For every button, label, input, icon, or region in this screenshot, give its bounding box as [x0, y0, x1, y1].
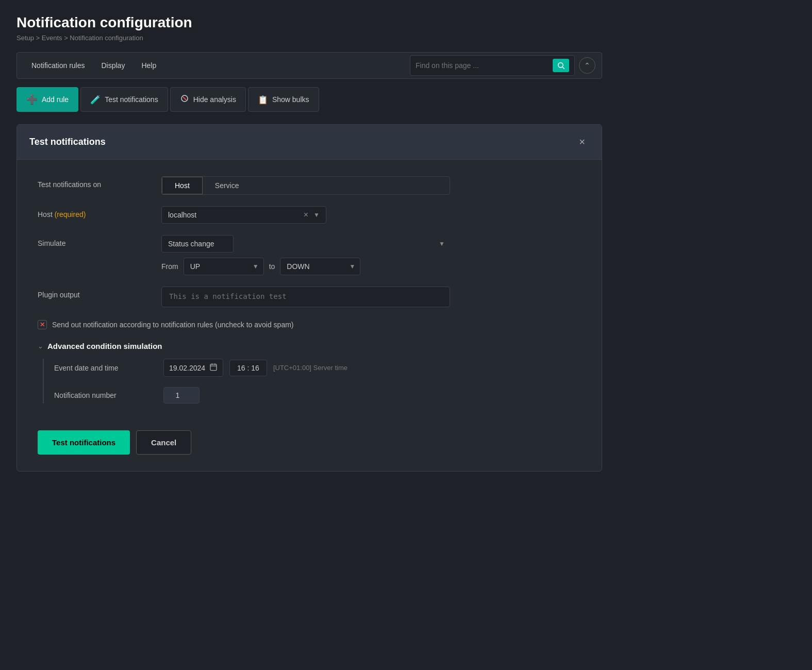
simulate-row: Simulate Status change Custom event ▼ Fr… [38, 235, 581, 275]
advanced-chevron-icon: ⌄ [38, 342, 43, 350]
event-time-input[interactable]: 16 : 16 [229, 360, 267, 376]
test-notifications-button[interactable]: 🧪 Test notifications [80, 87, 168, 112]
advanced-title: Advanced condition simulation [47, 342, 162, 350]
svg-point-0 [558, 63, 563, 68]
event-datetime-row: Event date and time 19.02.2024 [54, 359, 581, 377]
test-on-label: Test notifications on [38, 176, 151, 189]
host-required-label: (required) [55, 210, 86, 219]
to-select[interactable]: DOWN UP UNREACHABLE [280, 258, 360, 275]
breadcrumb: Setup > Events > Notification configurat… [16, 34, 602, 42]
from-select-wrapper: UP DOWN UNREACHABLE ▼ [184, 258, 264, 275]
plugin-output-container [161, 287, 450, 309]
simulate-dropdown-icon: ▼ [439, 240, 445, 247]
checkbox-row: ✕ Send out notification according to not… [38, 320, 581, 329]
modal-body: Test notifications on Host Service Host … [17, 160, 602, 471]
search-input[interactable] [416, 61, 549, 70]
hide-analysis-label: Hide analysis [193, 95, 236, 104]
host-input-wrapper: × ▼ [161, 206, 326, 224]
host-service-toggle: Host Service [161, 176, 450, 195]
flask-icon: 🧪 [90, 95, 101, 105]
plugin-output-input[interactable] [161, 287, 450, 307]
server-time-label: [UTC+01:00] Server time [273, 364, 347, 372]
plugin-output-row: Plugin output [38, 287, 581, 309]
hide-analysis-button[interactable]: Hide analysis [170, 87, 246, 112]
hide-icon [180, 94, 189, 105]
nav-notification-rules[interactable]: Notification rules [23, 54, 93, 77]
advanced-header[interactable]: ⌄ Advanced condition simulation [38, 342, 581, 350]
notification-number-label: Notification number [54, 391, 157, 399]
plugin-output-label: Plugin output [38, 287, 151, 299]
send-notification-checkbox[interactable]: ✕ [38, 320, 47, 329]
simulate-control: Status change Custom event ▼ From UP DOW… [161, 235, 450, 275]
from-to-row: From UP DOWN UNREACHABLE ▼ to [161, 258, 450, 275]
modal-footer: Test notifications Cancel [38, 418, 581, 455]
notification-number-row: Notification number [54, 387, 581, 404]
action-bar: ➕ Add rule 🧪 Test notifications Hide ana… [16, 87, 602, 112]
add-rule-label: Add rule [42, 95, 69, 104]
host-label: Host (required) [38, 206, 151, 219]
host-toggle-button[interactable]: Host [162, 177, 203, 194]
test-notifications-label: Test notifications [105, 95, 158, 104]
simulate-label: Simulate [38, 235, 151, 247]
advanced-section: ⌄ Advanced condition simulation Event da… [38, 342, 581, 404]
modal-title: Test notifications [29, 137, 106, 147]
plus-icon: ➕ [26, 94, 38, 105]
bulks-icon: 📋 [258, 95, 268, 105]
page-title: Notification configuration [16, 14, 602, 31]
simulate-group: Status change Custom event ▼ From UP DOW… [161, 235, 450, 275]
search-container: ⌃ [410, 55, 595, 76]
simulate-select-wrapper: Status change Custom event ▼ [161, 235, 450, 253]
event-datetime-label: Event date and time [54, 364, 157, 372]
add-rule-button[interactable]: ➕ Add rule [16, 87, 78, 112]
modal-panel: Test notifications × Test notifications … [16, 124, 602, 472]
host-input[interactable] [168, 207, 301, 223]
calendar-icon [209, 363, 218, 373]
cancel-button[interactable]: Cancel [136, 430, 191, 455]
from-select[interactable]: UP DOWN UNREACHABLE [184, 258, 264, 275]
nav-collapse-button[interactable]: ⌃ [579, 57, 595, 74]
to-label: to [269, 262, 275, 271]
submit-test-button[interactable]: Test notifications [38, 430, 130, 455]
host-clear-button[interactable]: × [301, 209, 311, 221]
event-date-value: 19.02.2024 [169, 364, 205, 372]
search-button[interactable] [553, 59, 569, 72]
notification-number-input[interactable] [163, 387, 200, 404]
test-on-row: Test notifications on Host Service [38, 176, 581, 195]
to-select-wrapper: DOWN UP UNREACHABLE ▼ [280, 258, 360, 275]
nav-help[interactable]: Help [133, 54, 164, 77]
nav-display[interactable]: Display [93, 54, 134, 77]
event-date-input[interactable]: 19.02.2024 [163, 359, 223, 377]
host-row: Host (required) × ▼ [38, 206, 581, 224]
host-input-container: × ▼ [161, 206, 450, 224]
search-box [410, 55, 575, 76]
show-bulks-button[interactable]: 📋 Show bulks [248, 87, 319, 112]
modal-close-button[interactable]: × [575, 134, 589, 150]
chevron-up-icon: ⌃ [584, 61, 590, 70]
from-label: From [161, 262, 178, 271]
show-bulks-label: Show bulks [272, 95, 309, 104]
host-dropdown-button[interactable]: ▼ [311, 210, 322, 220]
simulate-select[interactable]: Status change Custom event [161, 235, 234, 253]
svg-line-3 [183, 97, 186, 100]
modal-header: Test notifications × [17, 125, 602, 160]
svg-line-1 [562, 67, 565, 69]
svg-rect-4 [210, 364, 217, 371]
nav-bar: Notification rules Display Help ⌃ [16, 52, 602, 79]
toggle-group-container: Host Service [161, 176, 450, 195]
event-time-value: 16 : 16 [237, 364, 259, 372]
checkbox-label: Send out notification according to notif… [52, 321, 294, 329]
search-icon [557, 61, 565, 70]
service-toggle-button[interactable]: Service [203, 177, 252, 194]
advanced-body: Event date and time 19.02.2024 [43, 359, 581, 404]
